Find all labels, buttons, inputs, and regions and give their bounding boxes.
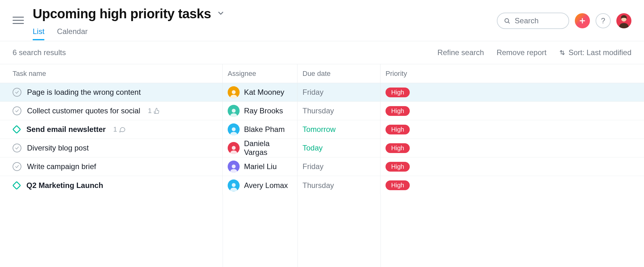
title-menu-button[interactable] — [217, 9, 225, 19]
comment-icon — [119, 126, 126, 133]
chevron-down-icon — [217, 9, 225, 17]
assignee-name: Mariel Liu — [244, 162, 277, 171]
svg-point-9 — [232, 146, 236, 150]
search-box[interactable] — [497, 13, 569, 29]
assignee-avatar — [228, 142, 240, 154]
priority-pill: High — [386, 125, 410, 134]
assignee-cell[interactable]: Kat Mooney — [223, 83, 297, 102]
table-header: Task name Assignee Due date Priority — [0, 64, 644, 83]
like-count[interactable]: 1 — [148, 107, 160, 115]
task-cell[interactable]: Collect customer quotes for social1 — [0, 102, 223, 120]
assignee-cell[interactable]: Mariel Liu — [223, 157, 297, 176]
priority-pill: High — [386, 106, 410, 116]
assignee-cell[interactable]: Blake Pham — [223, 120, 297, 139]
col-task-name[interactable]: Task name — [0, 64, 223, 83]
task-cell[interactable]: Write campaign brief — [0, 157, 223, 176]
assignee-name: Avery Lomax — [244, 181, 288, 190]
table-row[interactable]: Send email newsletter1Blake PhamTomorrow… — [0, 120, 644, 139]
assignee-cell[interactable]: Avery Lomax — [223, 176, 297, 195]
profile-button[interactable] — [616, 13, 631, 28]
svg-point-7 — [232, 109, 236, 112]
complete-checkbox[interactable] — [13, 144, 21, 152]
page-title: Upcoming high priority tasks — [33, 6, 211, 21]
task-cell[interactable]: Page is loading the wrong content — [0, 83, 223, 102]
due-date-cell[interactable]: Friday — [297, 83, 380, 102]
due-date-cell[interactable]: Thursday — [297, 176, 380, 195]
sort-button[interactable]: Sort: Last modified — [559, 48, 631, 57]
priority-cell[interactable]: High — [380, 139, 644, 157]
comment-count[interactable]: 1 — [113, 125, 126, 134]
priority-cell[interactable]: High — [380, 102, 644, 120]
table-guidelines — [0, 195, 644, 267]
search-icon — [504, 17, 510, 25]
sort-label: Sort: Last modified — [569, 48, 631, 57]
assignee-name: Daniela Vargas — [244, 139, 292, 157]
tab-calendar[interactable]: Calendar — [57, 27, 87, 40]
complete-checkbox[interactable] — [13, 162, 21, 171]
assignee-cell[interactable]: Daniela Vargas — [223, 139, 297, 157]
tab-list[interactable]: List — [33, 27, 44, 40]
avatar-icon — [616, 13, 631, 28]
assignee-avatar — [228, 179, 240, 191]
priority-pill: High — [386, 88, 410, 97]
task-name: Send email newsletter — [26, 125, 106, 134]
task-cell[interactable]: Q2 Marketing Launch — [0, 176, 223, 195]
assignee-avatar — [228, 86, 240, 98]
assignee-avatar — [228, 105, 240, 117]
priority-pill: High — [386, 180, 410, 190]
svg-line-1 — [508, 22, 509, 23]
assignee-name: Kat Mooney — [244, 88, 284, 97]
assignee-cell[interactable]: Ray Brooks — [223, 102, 297, 120]
due-date-cell[interactable]: Friday — [297, 157, 380, 176]
svg-point-8 — [232, 127, 236, 131]
menu-button[interactable] — [13, 14, 24, 26]
svg-point-6 — [232, 90, 236, 94]
task-cell[interactable]: Diversity blog post — [0, 139, 223, 157]
svg-point-11 — [232, 183, 236, 187]
priority-pill: High — [386, 162, 410, 172]
remove-report-button[interactable]: Remove report — [497, 48, 547, 57]
question-icon: ? — [601, 16, 605, 25]
priority-pill: High — [386, 143, 410, 153]
task-cell[interactable]: Send email newsletter1 — [0, 120, 223, 139]
due-date-cell[interactable]: Tomorrow — [297, 120, 380, 139]
col-due-date[interactable]: Due date — [297, 64, 380, 83]
table-row[interactable]: Collect customer quotes for social1Ray B… — [0, 102, 644, 120]
create-button[interactable] — [575, 13, 590, 28]
results-count: 6 search results — [13, 48, 437, 57]
complete-checkbox[interactable] — [13, 106, 21, 115]
milestone-icon[interactable] — [13, 181, 21, 190]
complete-checkbox[interactable] — [13, 88, 21, 97]
task-name: Diversity blog post — [27, 144, 89, 152]
assignee-name: Blake Pham — [244, 125, 285, 134]
assignee-avatar — [228, 161, 240, 173]
col-assignee[interactable]: Assignee — [223, 64, 297, 83]
priority-cell[interactable]: High — [380, 176, 644, 195]
refine-search-button[interactable]: Refine search — [437, 48, 484, 57]
task-name: Page is loading the wrong content — [27, 88, 141, 97]
priority-cell[interactable]: High — [380, 120, 644, 139]
table-row[interactable]: Page is loading the wrong contentKat Moo… — [0, 83, 644, 102]
svg-point-10 — [232, 164, 236, 168]
sort-icon — [559, 49, 565, 56]
assignee-avatar — [228, 123, 240, 135]
due-date-cell[interactable]: Today — [297, 139, 380, 157]
milestone-icon[interactable] — [13, 125, 21, 134]
search-input[interactable] — [515, 16, 558, 25]
table-row[interactable]: Diversity blog postDaniela VargasTodayHi… — [0, 139, 644, 157]
priority-cell[interactable]: High — [380, 157, 644, 176]
priority-cell[interactable]: High — [380, 83, 644, 102]
task-name: Collect customer quotes for social — [27, 106, 140, 115]
col-priority[interactable]: Priority — [380, 64, 644, 83]
due-date-cell[interactable]: Thursday — [297, 102, 380, 120]
task-name: Write campaign brief — [27, 162, 96, 171]
assignee-name: Ray Brooks — [244, 106, 283, 115]
table-row[interactable]: Q2 Marketing LaunchAvery LomaxThursdayHi… — [0, 176, 644, 195]
task-name: Q2 Marketing Launch — [26, 181, 103, 190]
thumbs-up-icon — [153, 108, 160, 114]
table-row[interactable]: Write campaign briefMariel LiuFridayHigh — [0, 157, 644, 176]
plus-icon — [579, 17, 586, 25]
help-button[interactable]: ? — [596, 13, 611, 28]
